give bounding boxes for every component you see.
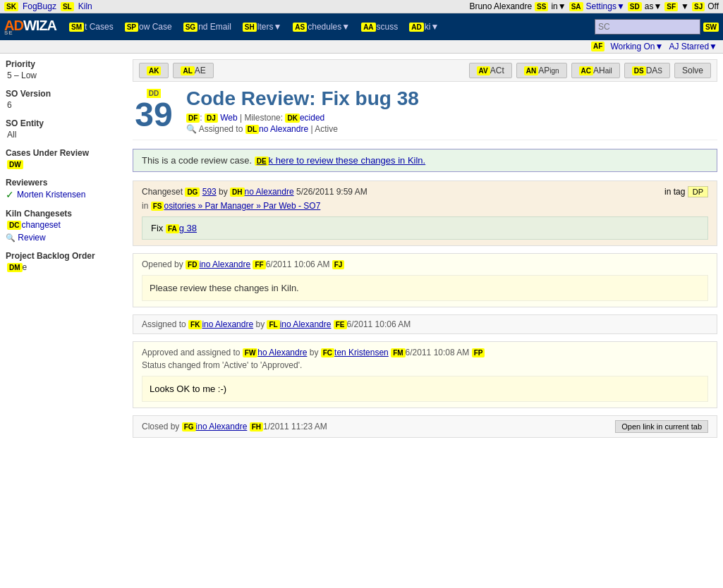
so-version-value: 6	[7, 100, 127, 110]
fj-kb: FJ	[332, 260, 345, 269]
sd-kb: SD	[628, 2, 642, 11]
so-entity-value: All	[7, 130, 127, 140]
repo-path-link[interactable]: ositories » Par Manager » Par Web - SO7	[164, 201, 320, 211]
reviewers-section: Reviewers ✓ Morten Kristensen	[6, 178, 127, 200]
sk-kb: SK	[4, 2, 18, 11]
nav-schedules[interactable]: ASchedules▼	[287, 19, 356, 35]
case-number: 39	[133, 98, 175, 132]
alae-button[interactable]: ALAE	[173, 63, 213, 78]
fk-kb: FK	[188, 320, 202, 329]
sub-nav: AF Working On▼ AJ Starred▼	[0, 40, 723, 54]
closed-text: Closed by FGino Alexandre FH1/2011 11:23…	[142, 422, 327, 431]
closed-block: Closed by FGino Alexandre FH1/2011 11:23…	[133, 415, 717, 438]
kiln-review-link[interactable]: DEk here to review these changes in Kiln…	[255, 155, 425, 166]
bug-link[interactable]: g 38	[179, 223, 197, 233]
review-link-row: 🔍 Review	[6, 233, 127, 243]
sh-kb: SH	[243, 23, 257, 32]
nav-new-case[interactable]: SPow Case	[119, 19, 178, 35]
project-backlog-label: Project Backlog Order	[6, 251, 127, 261]
priority-label: Priority	[6, 59, 127, 69]
assign-button[interactable]: ANAPign	[516, 63, 567, 78]
priority-value: 5 – Low	[7, 71, 127, 80]
sg-kb: SG	[183, 23, 198, 32]
closed-author-link[interactable]: ino Alexandre	[196, 422, 248, 431]
so-version-label: SO Version	[6, 89, 127, 99]
fs-kb: FS	[151, 202, 164, 211]
sf-label: ▼	[681, 1, 689, 11]
approved-block: Approved and assigned to FWho Alexandre …	[133, 341, 717, 408]
ak-button[interactable]: AK	[139, 63, 169, 78]
fogbugz-link[interactable]: FogBugz	[23, 1, 56, 11]
starred-link[interactable]: AJ Starred▼	[669, 42, 717, 51]
opened-comment-body: Please review these changes in Kiln.	[142, 275, 708, 301]
case-assigned: 🔍 Assigned to DLno Alexandre | Active	[186, 124, 717, 134]
nav-send-email[interactable]: SGnd Email	[178, 19, 237, 35]
act-button[interactable]: AVACt	[469, 63, 512, 78]
da-button[interactable]: DSDAS	[624, 63, 670, 78]
assigned-by-link[interactable]: ino Alexandre	[280, 319, 332, 329]
top-bar: SK FogBugz SL Kiln Bruno Alexandre SSin▼…	[0, 0, 723, 13]
search-input[interactable]	[595, 19, 700, 35]
ds-kb: DS	[632, 66, 646, 75]
cases-under-review-label: Cases Under Review	[6, 148, 127, 158]
case-meta: DF: DJ Web | Milestone: DKecided	[186, 113, 717, 123]
ad-kb: AD	[409, 23, 423, 32]
assigned-to-link[interactable]: ino Alexandre	[202, 319, 253, 329]
sw-kb: SW	[703, 23, 719, 32]
info-box: This is a code review case. DEk here to …	[133, 149, 717, 172]
open-link-button[interactable]: Open link in current tab	[615, 420, 708, 433]
fe-kb: FE	[334, 320, 347, 329]
working-on-link[interactable]: Working On▼	[610, 42, 663, 51]
settings-link[interactable]: Settings▼	[586, 1, 625, 11]
review-icon: 🔍	[6, 233, 16, 242]
kiln-link[interactable]: Kiln	[78, 1, 92, 11]
fg-kb: FG	[182, 422, 196, 431]
nav-bar: ADWIZASE SMt Cases SPow Case SGnd Email …	[0, 13, 723, 40]
approved-status: Status changed from 'Active' to 'Approve…	[142, 360, 708, 370]
fc-kb: FC	[321, 348, 334, 357]
dg-kb: DG	[185, 188, 200, 197]
so-entity-section: SO Entity All	[6, 118, 127, 140]
milestone-link[interactable]: DKecided	[285, 113, 324, 123]
de-kb: DE	[255, 157, 269, 166]
solve-button[interactable]: Solve	[674, 63, 711, 78]
approved-to-link[interactable]: ho Alexandre	[257, 348, 307, 357]
assigned-link[interactable]: DLno Alexandre	[245, 124, 308, 134]
reviewer-link[interactable]: Morten Kristensen	[17, 190, 85, 200]
so-version-section: SO Version 6	[6, 89, 127, 110]
top-bar-left: SK FogBugz SL Kiln	[4, 1, 92, 11]
main-container: Priority 5 – Low SO Version 6 SO Entity …	[0, 54, 723, 443]
nav-discuss[interactable]: AAscuss	[356, 19, 403, 35]
off-label: Off	[707, 1, 719, 11]
opened-author-link[interactable]: ino Alexandre	[199, 259, 250, 269]
dp-tag: DP	[688, 186, 708, 197]
email-button[interactable]: ACAHail	[571, 63, 620, 78]
project-backlog-section: Project Backlog Order DMe	[6, 251, 127, 272]
opened-comment-block: Opened by FDino Alexandre FF6/2011 10:06…	[133, 253, 717, 307]
changeset-number-link[interactable]: 593	[202, 187, 217, 197]
changeset-header-left: Changeset DG 593 by DHno Alexandre 5/26/…	[142, 187, 367, 197]
changeset-link[interactable]: changeset	[21, 220, 60, 230]
new-case-label: ow Case	[139, 22, 172, 32]
case-number-block: DD 39	[133, 87, 175, 132]
dk-kb: DK	[285, 114, 299, 123]
send-email-label: nd Email	[198, 22, 231, 32]
approved-by-link[interactable]: ten Kristensen	[334, 348, 389, 357]
manager-link[interactable]: DJ Web	[205, 113, 238, 123]
dm-kb: DM	[7, 263, 23, 272]
in-label: in▼	[551, 1, 566, 11]
logo: ADWIZASE	[4, 18, 56, 36]
assigned-status-block: Assigned to FKino Alexandre by FLino Ale…	[133, 314, 717, 334]
changeset-author-link[interactable]: no Alexandre	[245, 187, 294, 197]
cases-under-review-value: DW	[7, 159, 127, 169]
info-text: This is a code review case.	[142, 155, 252, 166]
priority-section: Priority 5 – Low	[6, 59, 127, 80]
review-link[interactable]: Review	[18, 233, 45, 243]
content-area: AK ALAE AVACt ANAPign ACAHail DSDAS Solv…	[133, 59, 717, 438]
sm-kb: SM	[69, 23, 84, 32]
nav-filters[interactable]: SHlters▼	[237, 19, 287, 35]
an-kb: AN	[524, 66, 538, 75]
nav-cases[interactable]: SMt Cases	[63, 19, 119, 35]
nav-wiki[interactable]: ADki▼	[403, 19, 444, 35]
schedules-label: chedules▼	[308, 22, 350, 32]
